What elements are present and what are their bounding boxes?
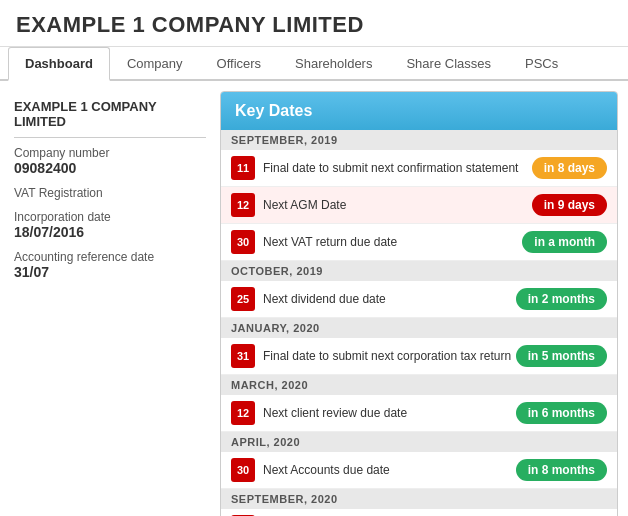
date-row: 31Final date to submit next corporation … (221, 338, 617, 375)
date-label: Next dividend due date (263, 292, 516, 306)
date-row: 11Final date to submit next confirmation… (221, 150, 617, 187)
sidebar-value-incorporation: 18/07/2016 (14, 224, 206, 240)
date-label: Next Accounts due date (263, 463, 516, 477)
tab-company[interactable]: Company (110, 47, 200, 81)
calendar-icon: 11 (231, 156, 255, 180)
sidebar-field-company-number: Company number 09082400 (14, 146, 206, 176)
page-header: EXAMPLE 1 COMPANY LIMITED (0, 0, 628, 47)
month-header-4: APRIL, 2020 (221, 432, 617, 452)
month-header-1: OCTOBER, 2019 (221, 261, 617, 281)
sidebar-label-incorporation: Incorporation date (14, 210, 206, 224)
sidebar-company-name: EXAMPLE 1 COMPANY LIMITED (14, 99, 206, 138)
sidebar-label-company-number: Company number (14, 146, 206, 160)
calendar-icon: 12 (231, 193, 255, 217)
date-badge: in 2 months (516, 288, 607, 310)
month-header-2: JANUARY, 2020 (221, 318, 617, 338)
sidebar-label-accounting: Accounting reference date (14, 250, 206, 264)
date-row: 12Next client review due datein 6 months (221, 395, 617, 432)
sidebar: EXAMPLE 1 COMPANY LIMITED Company number… (10, 91, 210, 516)
date-row: 30Next Accounts due datein 8 months (221, 452, 617, 489)
sidebar-field-vat: VAT Registration (14, 186, 206, 200)
tab-dashboard[interactable]: Dashboard (8, 47, 110, 81)
tab-shareholders[interactable]: Shareholders (278, 47, 389, 81)
tab-pscs[interactable]: PSCs (508, 47, 575, 81)
date-row: 30Next VAT return due datein a month (221, 224, 617, 261)
sidebar-value-company-number: 09082400 (14, 160, 206, 176)
date-label: Next VAT return due date (263, 235, 522, 249)
content-area: EXAMPLE 1 COMPANY LIMITED Company number… (0, 81, 628, 516)
date-label: Next AGM Date (263, 198, 532, 212)
sidebar-field-accounting: Accounting reference date 31/07 (14, 250, 206, 280)
date-row: 12Next AGM Datein 9 days (221, 187, 617, 224)
date-badge: in 8 days (532, 157, 607, 179)
date-badge: in 9 days (532, 194, 607, 216)
date-row: 25Next dividend due datein 2 months (221, 281, 617, 318)
sidebar-field-incorporation: Incorporation date 18/07/2016 (14, 210, 206, 240)
date-row: 30Next corporation tax due datein a year (221, 509, 617, 516)
key-dates-groups: SEPTEMBER, 201911Final date to submit ne… (221, 130, 617, 516)
date-badge: in 5 months (516, 345, 607, 367)
date-badge: in 8 months (516, 459, 607, 481)
tab-share-classes[interactable]: Share Classes (389, 47, 508, 81)
date-badge: in 6 months (516, 402, 607, 424)
sidebar-label-vat: VAT Registration (14, 186, 206, 200)
calendar-icon: 31 (231, 344, 255, 368)
calendar-icon: 12 (231, 401, 255, 425)
date-label: Next client review due date (263, 406, 516, 420)
date-badge: in a month (522, 231, 607, 253)
calendar-icon: 30 (231, 230, 255, 254)
month-header-5: SEPTEMBER, 2020 (221, 489, 617, 509)
sidebar-value-accounting: 31/07 (14, 264, 206, 280)
date-label: Final date to submit next corporation ta… (263, 349, 516, 363)
calendar-icon: 30 (231, 458, 255, 482)
month-header-0: SEPTEMBER, 2019 (221, 130, 617, 150)
key-dates-header: Key Dates (221, 92, 617, 130)
date-label: Final date to submit next confirmation s… (263, 161, 532, 175)
key-dates-panel: Key Dates SEPTEMBER, 201911Final date to… (220, 91, 618, 516)
tab-officers[interactable]: Officers (200, 47, 279, 81)
month-header-3: MARCH, 2020 (221, 375, 617, 395)
calendar-icon: 25 (231, 287, 255, 311)
page-title: EXAMPLE 1 COMPANY LIMITED (16, 12, 612, 38)
tabs-bar: Dashboard Company Officers Shareholders … (0, 47, 628, 81)
